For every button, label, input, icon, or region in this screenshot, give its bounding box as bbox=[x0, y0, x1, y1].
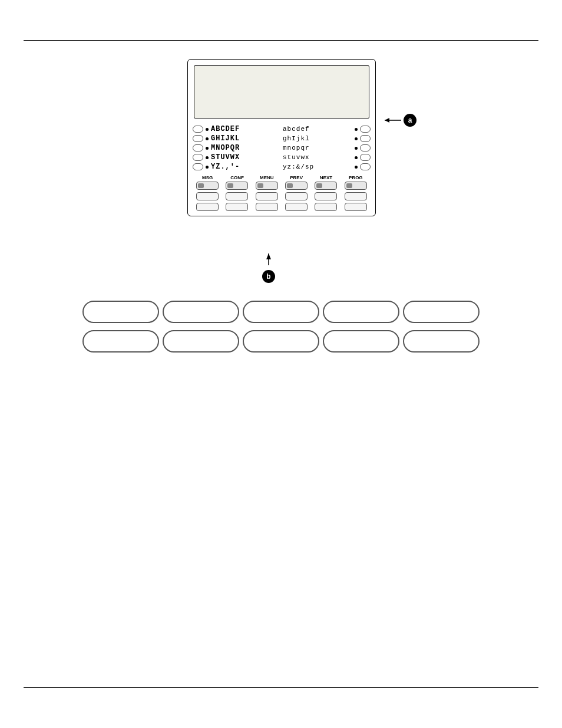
large-btn-1-4[interactable] bbox=[323, 301, 399, 323]
func-btn-next[interactable] bbox=[315, 182, 337, 190]
func-btn-conf[interactable] bbox=[226, 182, 248, 190]
char-row-2: GHIJKL ghIjkl bbox=[188, 134, 375, 143]
key-btn-1-1[interactable] bbox=[196, 192, 219, 200]
right-btn-3[interactable] bbox=[360, 144, 371, 151]
func-label-prog: PROG bbox=[344, 175, 368, 180]
dot-right-5 bbox=[355, 166, 358, 169]
left-btn-1[interactable] bbox=[193, 126, 203, 133]
func-btn-menu[interactable] bbox=[256, 182, 278, 190]
large-btn-1-2[interactable] bbox=[163, 301, 239, 323]
char-area: ABCDEF abcdef GHIJKL ghIjkl MNOPQR mnopq… bbox=[188, 122, 375, 173]
dot-right-3 bbox=[355, 147, 358, 150]
dot-left-5 bbox=[206, 166, 209, 169]
annotation-a: a bbox=[380, 114, 416, 127]
dot-left-3 bbox=[206, 147, 209, 150]
large-btn-2-1[interactable] bbox=[82, 330, 159, 353]
dot-right-2 bbox=[355, 137, 358, 140]
key-btn-1-3[interactable] bbox=[256, 192, 278, 200]
keypad-row-2 bbox=[188, 202, 375, 216]
key-btn-1-2[interactable] bbox=[226, 192, 248, 200]
func-label-prev: PREV bbox=[285, 175, 308, 180]
func-label-menu: MENU bbox=[255, 175, 279, 180]
char-label-right-1: abcdef bbox=[283, 126, 352, 133]
arrow-b-icon bbox=[265, 253, 273, 270]
char-label-right-2: ghIjkl bbox=[283, 135, 352, 142]
func-btn-msg[interactable] bbox=[196, 182, 219, 190]
char-row-1: ABCDEF abcdef bbox=[188, 124, 375, 134]
func-btn-prog[interactable] bbox=[345, 182, 367, 190]
key-btn-1-6[interactable] bbox=[345, 192, 367, 200]
char-label-left-3: MNOPQR bbox=[211, 144, 280, 152]
left-btn-2[interactable] bbox=[193, 135, 203, 142]
key-btn-2-4[interactable] bbox=[285, 203, 308, 211]
func-label-conf: CONF bbox=[225, 175, 249, 180]
char-label-right-4: stuvwx bbox=[283, 154, 352, 161]
annotation-b: b bbox=[262, 253, 275, 283]
left-btn-3[interactable] bbox=[193, 144, 203, 151]
char-label-left-5: YZ.,'- bbox=[211, 163, 280, 171]
key-btn-2-3[interactable] bbox=[256, 203, 278, 211]
arrow-a-icon bbox=[380, 116, 401, 124]
func-label-msg: MSG bbox=[196, 175, 219, 180]
dot-left-4 bbox=[206, 156, 209, 159]
right-btn-5[interactable] bbox=[360, 163, 371, 170]
char-label-right-3: mnopqr bbox=[283, 144, 352, 151]
key-btn-2-2[interactable] bbox=[226, 203, 248, 211]
right-btn-4[interactable] bbox=[360, 154, 371, 161]
bottom-btns-row-1 bbox=[82, 301, 480, 323]
char-label-right-5: yz:&/sp bbox=[283, 163, 352, 170]
left-btn-5[interactable] bbox=[193, 163, 203, 170]
key-btn-1-5[interactable] bbox=[315, 192, 337, 200]
badge-b: b bbox=[262, 270, 275, 283]
dot-left-1 bbox=[206, 128, 209, 131]
large-btn-2-3[interactable] bbox=[243, 330, 319, 353]
dot-left-2 bbox=[206, 137, 209, 140]
dot-right-4 bbox=[355, 156, 358, 159]
large-btn-1-5[interactable] bbox=[403, 301, 480, 323]
func-label-next: NEXT bbox=[314, 175, 338, 180]
func-btns-row bbox=[188, 180, 375, 191]
large-btn-1-1[interactable] bbox=[82, 301, 159, 323]
left-btn-4[interactable] bbox=[193, 154, 203, 161]
key-btn-2-1[interactable] bbox=[196, 203, 219, 211]
lcd-screen bbox=[194, 65, 369, 118]
key-btn-2-5[interactable] bbox=[315, 203, 337, 211]
func-btn-prev[interactable] bbox=[285, 182, 308, 190]
char-label-left-4: STUVWX bbox=[211, 153, 280, 162]
badge-a: a bbox=[404, 114, 416, 127]
large-btn-2-4[interactable] bbox=[323, 330, 399, 353]
top-divider bbox=[24, 40, 538, 41]
svg-marker-1 bbox=[385, 118, 389, 123]
large-btn-2-2[interactable] bbox=[163, 330, 239, 353]
right-btn-2[interactable] bbox=[360, 135, 371, 142]
bottom-btns-row-2 bbox=[82, 330, 480, 353]
char-row-3: MNOPQR mnopqr bbox=[188, 143, 375, 153]
key-btn-2-6[interactable] bbox=[345, 203, 367, 211]
bottom-divider bbox=[24, 687, 538, 688]
key-btn-1-4[interactable] bbox=[285, 192, 308, 200]
char-row-5: YZ.,'- yz:&/sp bbox=[188, 162, 375, 172]
char-label-left-1: ABCDEF bbox=[211, 125, 280, 133]
char-label-left-2: GHIJKL bbox=[211, 134, 280, 143]
dot-right-1 bbox=[355, 128, 358, 131]
large-btn-1-3[interactable] bbox=[243, 301, 319, 323]
func-labels-row: MSG CONF MENU PREV NEXT PROG bbox=[188, 173, 375, 180]
keypad-row-1 bbox=[188, 191, 375, 202]
bottom-buttons-section bbox=[82, 301, 480, 360]
right-btn-1[interactable] bbox=[360, 126, 371, 133]
char-row-4: STUVWX stuvwx bbox=[188, 153, 375, 162]
svg-marker-3 bbox=[266, 253, 271, 259]
large-btn-2-5[interactable] bbox=[403, 330, 480, 353]
device-panel: ABCDEF abcdef GHIJKL ghIjkl MNOPQR mnopq… bbox=[187, 59, 376, 216]
